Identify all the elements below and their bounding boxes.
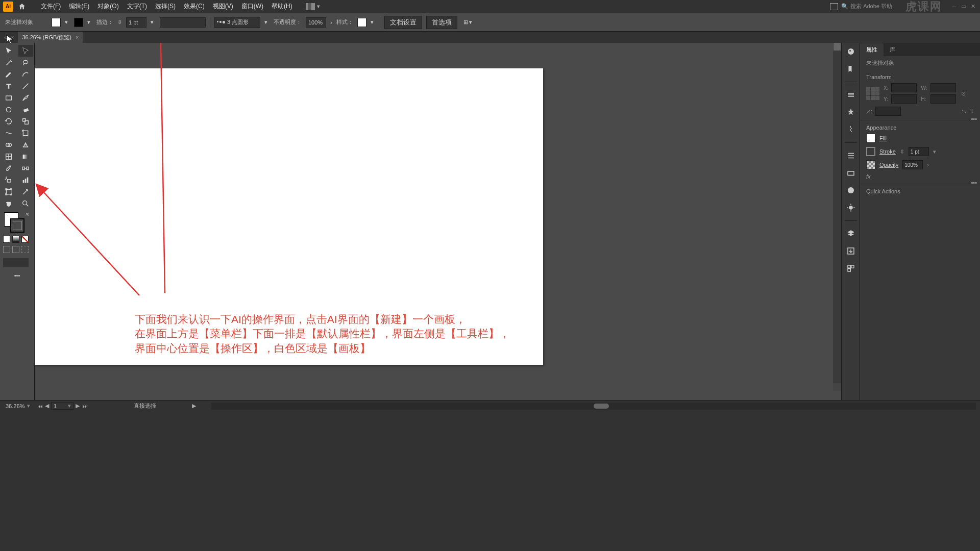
color-mode-none[interactable] [21, 236, 29, 243]
perspective-tool[interactable] [18, 139, 34, 151]
hand-tool[interactable] [1, 197, 16, 209]
flip-h-icon[interactable]: ⇋ [962, 108, 966, 115]
menu-file[interactable]: 文件(F) [37, 0, 65, 13]
zoom-select[interactable]: 36.26%▾ [4, 403, 32, 409]
direct-selection-tool[interactable] [18, 45, 34, 57]
x-input[interactable] [891, 83, 917, 92]
menu-window[interactable]: 窗口(W) [237, 0, 267, 13]
minimize-icon[interactable]: ─ [950, 3, 959, 10]
more-tools-icon[interactable]: ••• [0, 270, 34, 281]
gradient-tool[interactable] [18, 151, 34, 162]
opacity-swatch[interactable] [866, 160, 875, 169]
pen-tool[interactable] [1, 68, 16, 80]
shaper-tool[interactable] [1, 104, 16, 115]
align-panel-icon[interactable] [845, 150, 856, 161]
close-icon[interactable]: ✕ [969, 3, 977, 10]
line-tool[interactable] [18, 80, 34, 92]
chevron-right-icon[interactable]: › [330, 19, 332, 26]
layout-icon[interactable] [830, 3, 838, 10]
screen-mode-button[interactable] [3, 258, 29, 267]
opacity-value-input[interactable] [902, 160, 923, 169]
next-artboard-icon[interactable]: ▶ [75, 403, 81, 409]
fill-swatch[interactable] [52, 18, 61, 27]
slice-tool[interactable] [18, 186, 34, 197]
rectangle-tool[interactable] [1, 92, 16, 104]
shape-builder-tool[interactable] [1, 139, 16, 151]
more-options-icon[interactable]: ••• [971, 180, 977, 186]
tab-properties[interactable]: 属性 [860, 43, 884, 56]
menu-view[interactable]: 视图(V) [209, 0, 237, 13]
graph-tool[interactable] [18, 174, 34, 186]
chevron-down-icon[interactable]: ▾ [371, 19, 376, 26]
h-input[interactable] [930, 94, 956, 104]
fx-label[interactable]: fx. [866, 173, 974, 180]
lasso-tool[interactable] [18, 57, 34, 68]
free-transform-tool[interactable] [18, 127, 34, 139]
width-tool[interactable] [1, 127, 16, 139]
home-icon[interactable] [17, 2, 27, 11]
stroke-panel-icon[interactable] [845, 89, 856, 101]
last-artboard-icon[interactable]: ⏭ [82, 403, 88, 409]
rotate-tool[interactable] [1, 115, 16, 127]
width-profile-select[interactable] [160, 17, 206, 28]
menu-effect[interactable]: 效果(C) [180, 0, 209, 13]
appearance-panel-icon[interactable] [845, 185, 856, 196]
swap-icon[interactable]: ⤭ [25, 211, 29, 217]
chevron-down-icon[interactable]: ▾ [151, 19, 156, 26]
paintbrush-tool[interactable] [18, 92, 34, 104]
transform-panel-icon[interactable] [845, 167, 856, 179]
graphic-styles-panel-icon[interactable] [845, 202, 856, 213]
fill-stroke-swatches[interactable]: ⤭ [0, 209, 34, 235]
chevron-down-icon[interactable]: ▾ [65, 19, 70, 26]
asset-export-panel-icon[interactable] [845, 245, 856, 257]
type-tool[interactable] [1, 80, 16, 92]
artboards-panel-icon[interactable] [845, 263, 856, 274]
menu-type[interactable]: 文字(T) [123, 0, 151, 13]
search-box[interactable]: 🔍 搜索 Adobe 帮助 [841, 3, 892, 10]
close-icon[interactable]: × [76, 34, 79, 40]
reference-point-widget[interactable] [866, 87, 879, 100]
layers-panel-icon[interactable] [845, 228, 856, 239]
stroke-swatch[interactable] [866, 147, 875, 156]
symbol-sprayer-tool[interactable] [1, 174, 16, 186]
draw-inside-icon[interactable] [21, 246, 29, 253]
color-mode-fill[interactable] [3, 236, 10, 243]
selection-tool[interactable] [1, 45, 16, 57]
w-input[interactable] [930, 83, 956, 92]
color-panel-icon[interactable] [845, 46, 856, 57]
stroke-swatch[interactable] [74, 18, 83, 27]
menu-select[interactable]: 选择(S) [151, 0, 180, 13]
stroke-weight-input[interactable] [126, 17, 146, 28]
draw-behind-icon[interactable] [12, 246, 19, 253]
chevron-right-icon[interactable]: › [927, 162, 929, 168]
draw-normal-icon[interactable] [3, 246, 10, 253]
curvature-tool[interactable] [18, 68, 34, 80]
play-icon[interactable]: ▶ [192, 403, 196, 409]
stroke-weight-input[interactable] [909, 147, 929, 156]
horizontal-scrollbar[interactable] [211, 403, 976, 410]
swatches-panel-icon[interactable] [845, 63, 856, 74]
chevron-down-icon[interactable]: ▾ [317, 3, 320, 10]
artboard-number-select[interactable]: 1▾ [51, 402, 74, 410]
color-mode-gradient[interactable] [12, 236, 19, 243]
magic-wand-tool[interactable] [1, 57, 16, 68]
style-swatch[interactable] [357, 18, 366, 27]
chevron-down-icon[interactable]: ▾ [264, 19, 270, 26]
scale-tool[interactable] [18, 115, 34, 127]
brushes-panel-icon[interactable] [845, 107, 856, 118]
artboard-tool[interactable] [1, 186, 16, 197]
chevron-down-icon[interactable]: ▾ [87, 19, 92, 26]
brush-select[interactable]: 3 点圆形 [214, 17, 260, 28]
arrange-icon[interactable] [306, 3, 315, 10]
first-artboard-icon[interactable]: ⏮ [37, 403, 43, 409]
tab-libraries[interactable]: 库 [884, 43, 901, 56]
stepper-icon[interactable]: ⇳ [900, 148, 904, 155]
opacity-input[interactable] [306, 17, 326, 28]
menu-edit[interactable]: 编辑(E) [65, 0, 93, 13]
maximize-icon[interactable]: ▭ [960, 3, 968, 10]
mesh-tool[interactable] [1, 151, 16, 162]
preferences-button[interactable]: 首选项 [426, 16, 457, 29]
doc-setup-button[interactable]: 文档设置 [384, 16, 422, 29]
y-input[interactable] [891, 94, 917, 104]
link-icon[interactable]: ⊘ [961, 90, 966, 97]
